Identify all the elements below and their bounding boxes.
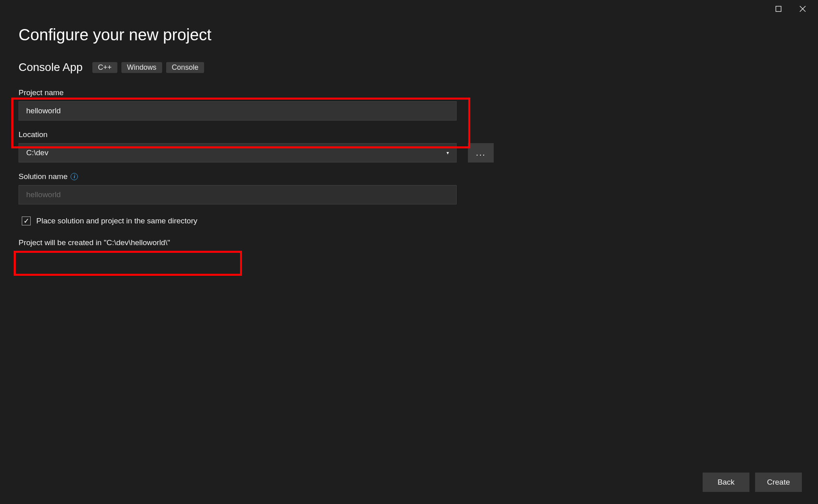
new-project-dialog: Configure your new project Console App C…: [0, 0, 818, 504]
template-tag: Windows: [121, 62, 162, 73]
dialog-footer: Back Create: [703, 473, 802, 492]
project-name-label: Project name: [19, 88, 799, 97]
project-name-input[interactable]: [19, 101, 457, 121]
titlebar: [0, 0, 818, 18]
location-value: C:\dev: [26, 148, 48, 157]
solution-name-label: Solution name i: [19, 172, 799, 181]
browse-button[interactable]: ...: [468, 143, 494, 162]
template-name: Console App: [19, 61, 83, 74]
same-directory-checkbox[interactable]: [22, 217, 31, 225]
location-combobox[interactable]: C:\dev ▾: [19, 143, 457, 162]
location-group: Location C:\dev ▾ ...: [19, 130, 799, 162]
maximize-icon: [775, 6, 782, 12]
close-button[interactable]: [791, 0, 815, 18]
template-row: Console App C++ Windows Console: [19, 61, 799, 74]
back-button[interactable]: Back: [703, 473, 749, 492]
maximize-button[interactable]: [766, 0, 791, 18]
template-tag: Console: [166, 62, 204, 73]
same-directory-label: Place solution and project in the same d…: [36, 217, 197, 225]
template-tags: C++ Windows Console: [92, 62, 204, 73]
close-icon: [799, 6, 806, 12]
solution-name-group: Solution name i: [19, 172, 799, 204]
template-tag: C++: [92, 62, 117, 73]
content-area: Configure your new project Console App C…: [0, 18, 818, 504]
page-title: Configure your new project: [19, 26, 799, 44]
solution-name-input: [19, 185, 457, 204]
info-icon[interactable]: i: [71, 173, 78, 180]
location-row: C:\dev ▾ ...: [19, 143, 799, 162]
svg-rect-0: [776, 6, 781, 12]
location-label: Location: [19, 130, 799, 139]
project-name-group: Project name: [19, 88, 799, 121]
project-path-hint: Project will be created in "C:\dev\hello…: [19, 238, 799, 247]
create-button[interactable]: Create: [755, 473, 802, 492]
chevron-down-icon: ▾: [447, 150, 449, 156]
same-directory-row[interactable]: Place solution and project in the same d…: [19, 214, 799, 228]
solution-name-label-text: Solution name: [19, 172, 67, 181]
